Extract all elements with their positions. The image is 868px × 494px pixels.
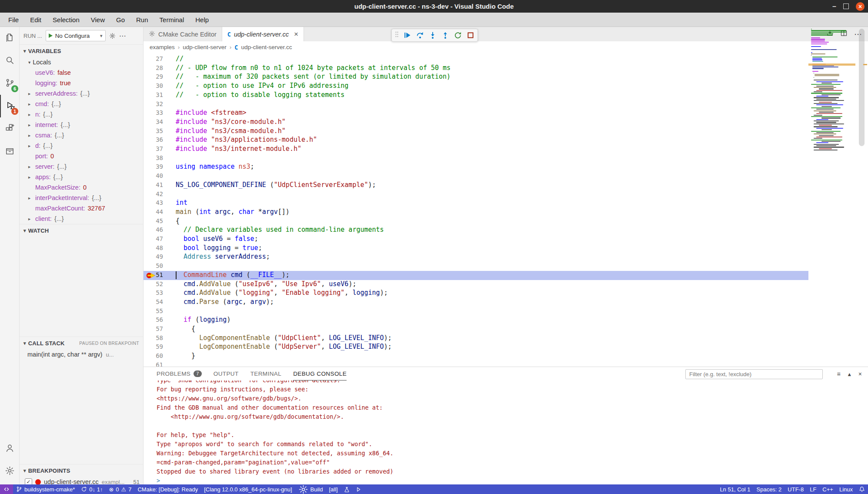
line-number[interactable]: 30 <box>144 82 163 89</box>
breakpoint-row[interactable]: ✓udp-client-server.ccexampl...51 <box>20 477 143 484</box>
code-line[interactable]: 50 <box>144 262 868 271</box>
line-number[interactable]: 61 <box>144 361 163 367</box>
variable-row[interactable]: port:0 <box>20 151 143 161</box>
line-number[interactable]: 41 <box>144 181 163 188</box>
code-line[interactable]: 55 <box>144 307 868 316</box>
activity-item-source-control[interactable]: 6 <box>0 72 20 95</box>
line-number[interactable]: 40 <box>144 172 163 179</box>
status-build-button[interactable]: Build <box>295 484 326 494</box>
activity-item-extensions[interactable] <box>0 117 20 140</box>
launch-config-dropdown[interactable]: No Configura ▾ <box>46 30 106 41</box>
step-into-button[interactable] <box>429 31 437 39</box>
line-number[interactable]: 57 <box>144 325 163 332</box>
line-number[interactable]: 33 <box>144 109 163 116</box>
code-line[interactable]: 58 LogComponentEnable ("UdpClient", LOG_… <box>144 334 868 343</box>
code-line[interactable]: 34#include "ns3/core-module.h" <box>144 118 868 127</box>
code-line[interactable]: 60 } <box>144 352 868 361</box>
minimap[interactable] <box>808 27 855 367</box>
line-number[interactable]: 37 <box>144 145 163 152</box>
variable-row[interactable]: ▸csma:{...} <box>20 130 143 140</box>
code-line[interactable]: 57 { <box>144 325 868 334</box>
locals-scope-row[interactable]: ▾ Locals <box>20 57 143 67</box>
console-filter-input[interactable] <box>685 369 823 379</box>
minimize-button[interactable]: – <box>832 4 836 9</box>
activity-item-cmake-tools[interactable] <box>0 140 20 163</box>
scrollbar-thumb[interactable] <box>859 29 865 146</box>
menu-item-selection[interactable]: Selection <box>47 13 85 27</box>
code-line[interactable]: 33#include <fstream> <box>144 109 868 118</box>
breadcrumb-item[interactable]: examples <box>150 44 175 50</box>
chevron-right-icon[interactable]: ▸ <box>28 195 30 200</box>
callstack-frame-row[interactable]: main(int argc, char ** argv) u... <box>20 349 143 360</box>
console-prompt[interactable]: > <box>157 476 868 484</box>
menu-item-help[interactable]: Help <box>190 13 214 27</box>
line-number[interactable]: 46 <box>144 226 163 233</box>
code-line[interactable]: 54 cmd.Parse (argc, argv); <box>144 298 868 307</box>
breadcrumb-item[interactable]: udp-client-server.cc <box>241 44 292 50</box>
chevron-right-icon[interactable]: ▸ <box>28 164 30 169</box>
status-remote-indicator[interactable] <box>0 484 13 494</box>
code-line[interactable]: 44main (int argc, char *argv[]) <box>144 208 868 217</box>
code-line[interactable]: 35#include "ns3/csma-module.h" <box>144 127 868 136</box>
code-line[interactable]: 28// - UDP flow from n0 to n1 of 1024 by… <box>144 64 868 73</box>
editor-tab[interactable]: Cudp-client-server.cc× <box>222 27 304 41</box>
close-panel-icon[interactable]: × <box>858 370 862 377</box>
code-line[interactable]: 36#include "ns3/applications-module.h" <box>144 136 868 145</box>
debug-settings-gear-icon[interactable] <box>109 33 116 39</box>
status-build-target[interactable]: [all] <box>326 484 341 494</box>
status-branch-status[interactable]: buildsystem-cmake* <box>13 484 78 494</box>
maximize-panel-icon[interactable]: ▴ <box>848 370 851 377</box>
line-number[interactable]: 45 <box>144 217 163 224</box>
chevron-right-icon[interactable]: ▸ <box>28 133 30 138</box>
chevron-right-icon[interactable]: ▸ <box>28 91 30 96</box>
line-number[interactable]: 31 <box>144 91 163 98</box>
line-number[interactable]: 52 <box>144 280 163 287</box>
line-number[interactable]: 27 <box>144 55 163 62</box>
line-number[interactable]: 49 <box>144 253 163 260</box>
line-number[interactable]: 34 <box>144 118 163 125</box>
line-number[interactable]: 35 <box>144 127 163 134</box>
status-kit-status[interactable]: [Clang 12.0.0 x86_64-pc-linux-gnu] <box>201 484 295 494</box>
panel-menu-icon[interactable]: ≡ <box>837 370 841 377</box>
code-line[interactable]: 59 LogComponentEnable ("UdpServer", LOG_… <box>144 343 868 352</box>
line-number[interactable]: 43 <box>144 199 163 206</box>
status-language-mode[interactable]: C++ <box>819 484 836 494</box>
menu-item-terminal[interactable]: Terminal <box>154 13 190 27</box>
continue-button[interactable] <box>404 31 411 39</box>
status-os-indicator[interactable]: Linux <box>836 484 856 494</box>
status-cursor-position[interactable]: Ln 51, Col 1 <box>717 484 753 494</box>
variables-section-header[interactable]: ▾ VARIABLES <box>20 44 143 57</box>
code-line[interactable]: 41NS_LOG_COMPONENT_DEFINE ("UdpClientSer… <box>144 181 868 190</box>
stop-button[interactable] <box>467 31 474 39</box>
code-line[interactable]: 37#include "ns3/internet-module.h" <box>144 145 868 154</box>
step-over-button[interactable] <box>416 31 424 39</box>
callstack-section-header[interactable]: ▾ CALL STACK PAUSED ON BREAKPOINT <box>20 337 143 349</box>
variable-row[interactable]: ▸internet:{...} <box>20 120 143 130</box>
code-line[interactable]: 39using namespace ns3; <box>144 163 868 172</box>
line-number[interactable]: 28 <box>144 64 163 71</box>
line-number[interactable]: 53 <box>144 289 163 296</box>
variable-row[interactable]: ▸client:{...} <box>20 214 143 224</box>
code-line[interactable]: 51 CommandLine cmd (__FILE__); <box>144 271 868 280</box>
code-line[interactable]: 30// - option to use IPv4 or IPv6 addres… <box>144 82 868 91</box>
variable-row[interactable]: ▸apps:{...} <box>20 172 143 182</box>
chevron-right-icon[interactable]: ▸ <box>28 216 30 221</box>
line-number[interactable]: 58 <box>144 334 163 341</box>
close-icon[interactable]: × <box>294 30 298 39</box>
line-number[interactable]: 56 <box>144 316 163 323</box>
chevron-right-icon[interactable]: ▸ <box>28 122 30 127</box>
breakpoint-checkbox[interactable]: ✓ <box>25 478 32 485</box>
status-problems-status[interactable]: ⊗0⚠7 <box>106 484 134 494</box>
activity-item-accounts[interactable] <box>0 437 20 460</box>
variable-row[interactable]: useV6:false <box>20 67 143 78</box>
panel-tab-problems[interactable]: PROBLEMS7 <box>157 367 202 381</box>
panel-tab-debug-console[interactable]: DEBUG CONSOLE <box>293 367 347 381</box>
line-number[interactable]: 55 <box>144 307 163 314</box>
breadcrumb-item[interactable]: udp-client-server <box>183 44 227 50</box>
breakpoints-section-header[interactable]: ▾ BREAKPOINTS <box>20 464 143 477</box>
menu-item-file[interactable]: File <box>3 13 24 27</box>
line-number[interactable]: 59 <box>144 343 163 350</box>
status-notifications[interactable] <box>856 484 868 494</box>
variable-row[interactable]: ▸n:{...} <box>20 109 143 120</box>
panel-tab-terminal[interactable]: TERMINAL <box>250 367 281 381</box>
